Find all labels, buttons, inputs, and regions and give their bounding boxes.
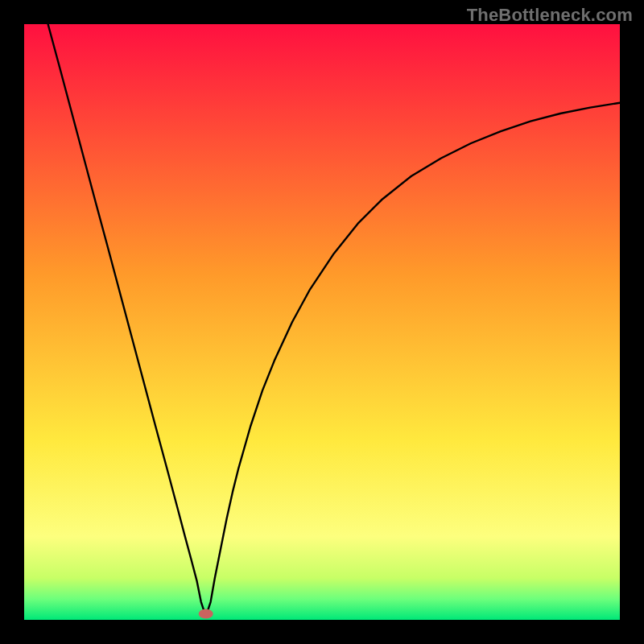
gradient-background [24,24,620,620]
plot-area [24,24,620,620]
watermark-text: TheBottleneck.com [467,5,633,26]
optimal-point-marker [199,609,213,619]
bottleneck-chart [24,24,620,620]
chart-frame: TheBottleneck.com [0,0,644,644]
